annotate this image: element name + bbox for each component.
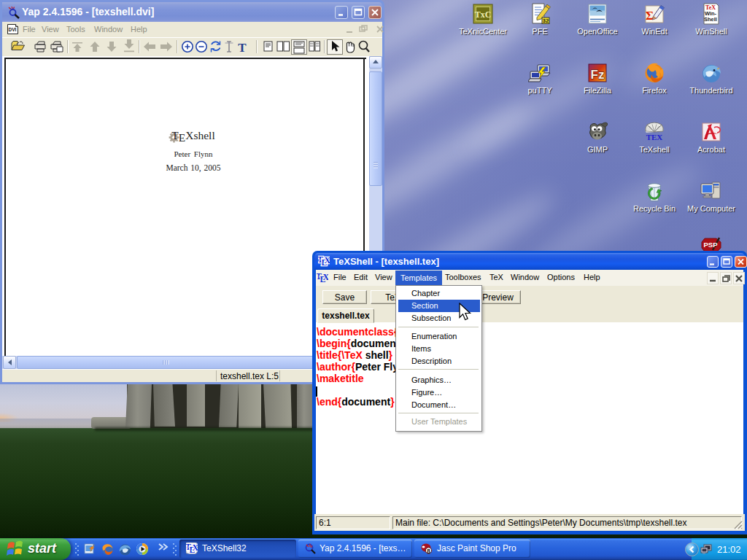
svg-text:8: 8 bbox=[427, 548, 430, 555]
svg-text:X: X bbox=[193, 542, 198, 553]
svg-text:X: X bbox=[325, 255, 330, 265]
svg-text:Shell: Shell bbox=[704, 16, 717, 23]
svg-text:DVI: DVI bbox=[9, 27, 17, 32]
svg-text:TxC: TxC bbox=[475, 9, 492, 20]
svg-text:Fz: Fz bbox=[591, 68, 605, 82]
svg-text:TEX: TEX bbox=[646, 133, 663, 141]
svg-text:Σ: Σ bbox=[646, 9, 654, 23]
svg-text:X: X bbox=[323, 272, 329, 282]
svg-text:PSP: PSP bbox=[703, 241, 718, 249]
svg-text:T: T bbox=[238, 41, 247, 55]
svg-text:32: 32 bbox=[543, 18, 549, 24]
